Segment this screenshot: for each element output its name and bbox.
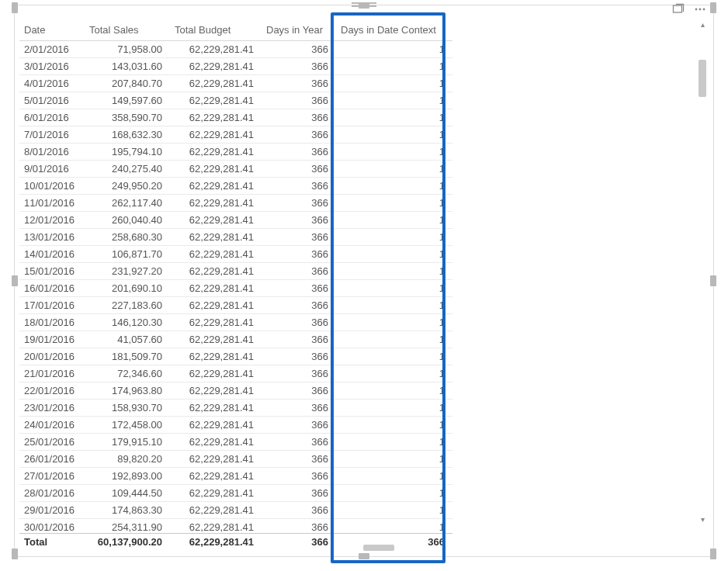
table-row[interactable]: 15/01/2016231,927.2062,229,281.413661 xyxy=(19,263,452,280)
cell-date: 7/01/2016 xyxy=(19,126,85,144)
table-visual-frame[interactable]: Date Total Sales Total Budget Days in Ye… xyxy=(14,5,714,557)
table-row[interactable]: 28/01/2016109,444.5062,229,281.413661 xyxy=(19,485,452,502)
resize-handle-left[interactable] xyxy=(12,275,18,286)
col-header-days-in-date-context[interactable]: Days in Date Context xyxy=(336,19,452,41)
table-row[interactable]: 23/01/2016158,930.7062,229,281.413661 xyxy=(19,400,452,417)
table-header-row: Date Total Sales Total Budget Days in Ye… xyxy=(19,19,452,41)
table-row[interactable]: 13/01/2016258,680.3062,229,281.413661 xyxy=(19,229,452,246)
table-row[interactable]: 5/01/2016149,597.6062,229,281.413661 xyxy=(19,92,452,109)
col-header-date[interactable]: Date xyxy=(19,19,85,41)
table-row[interactable]: 21/01/201672,346.6062,229,281.413661 xyxy=(19,365,452,382)
cell-total-sales: 149,597.60 xyxy=(85,92,170,109)
col-header-days-in-year[interactable]: Days in Year xyxy=(262,19,336,41)
cell-date: 5/01/2016 xyxy=(19,92,85,109)
vertical-scroll-thumb[interactable] xyxy=(699,60,706,97)
cell-total-sales: 240,275.40 xyxy=(85,161,170,178)
resize-handle-right[interactable] xyxy=(710,275,716,286)
scroll-up-icon[interactable]: ▴ xyxy=(699,21,706,29)
table-row[interactable]: 25/01/2016179,915.1062,229,281.413661 xyxy=(19,434,452,451)
cell-days-in-date-context: 1 xyxy=(336,263,452,280)
cell-date: 8/01/2016 xyxy=(19,144,85,161)
cell-total-budget: 62,229,281.41 xyxy=(170,434,262,451)
cell-total-budget: 62,229,281.41 xyxy=(170,178,262,195)
table-row[interactable]: 18/01/2016146,120.3062,229,281.413661 xyxy=(19,314,452,331)
table-row[interactable]: 12/01/2016260,040.4062,229,281.413661 xyxy=(19,212,452,229)
table-row[interactable]: 20/01/2016181,509.7062,229,281.413661 xyxy=(19,348,452,365)
cell-date: 18/01/2016 xyxy=(19,314,85,331)
table-row[interactable]: 2/01/201671,958.0062,229,281.413661 xyxy=(19,41,452,58)
cell-total-budget: 62,229,281.41 xyxy=(170,348,262,365)
cell-total-sales: 358,590.70 xyxy=(85,109,170,126)
table-scroll-area[interactable]: Date Total Sales Total Budget Days in Ye… xyxy=(19,19,696,552)
table-row[interactable]: 11/01/2016262,117.4062,229,281.413661 xyxy=(19,195,452,212)
table-row[interactable]: 19/01/201641,057.6062,229,281.413661 xyxy=(19,331,452,348)
cell-total-budget: 62,229,281.41 xyxy=(170,92,262,109)
cell-days-in-year: 366 xyxy=(262,161,336,178)
cell-date: 2/01/2016 xyxy=(19,41,85,58)
table-row[interactable]: 7/01/2016168,632.3062,229,281.413661 xyxy=(19,126,452,144)
resize-handle-top-left[interactable] xyxy=(12,2,18,13)
more-options-icon[interactable] xyxy=(693,2,707,16)
cell-total-sales: 260,040.40 xyxy=(85,212,170,229)
cell-total-sales: 168,632.30 xyxy=(85,126,170,144)
cell-total-budget: 62,229,281.41 xyxy=(170,314,262,331)
col-header-total-budget[interactable]: Total Budget xyxy=(170,19,262,41)
table-row[interactable]: 9/01/2016240,275.4062,229,281.413661 xyxy=(19,161,452,178)
data-table: Date Total Sales Total Budget Days in Ye… xyxy=(19,19,452,550)
cell-days-in-year: 366 xyxy=(262,400,336,417)
cell-days-in-date-context: 1 xyxy=(336,400,452,417)
cell-total-sales: 231,927.20 xyxy=(85,263,170,280)
cell-date: 11/01/2016 xyxy=(19,195,85,212)
horizontal-scrollbar[interactable] xyxy=(19,542,696,552)
drag-handle-icon[interactable] xyxy=(352,2,376,7)
cell-date: 15/01/2016 xyxy=(19,263,85,280)
cell-date: 20/01/2016 xyxy=(19,348,85,365)
table-row[interactable]: 26/01/201689,820.2062,229,281.413661 xyxy=(19,451,452,468)
table-row[interactable]: 8/01/2016195,794.1062,229,281.413661 xyxy=(19,144,452,161)
table-row[interactable]: 27/01/2016192,893.0062,229,281.413661 xyxy=(19,468,452,485)
table-row[interactable]: 6/01/2016358,590.7062,229,281.413661 xyxy=(19,109,452,126)
table-row[interactable]: 29/01/2016174,863.3062,229,281.413661 xyxy=(19,502,452,519)
cell-total-budget: 62,229,281.41 xyxy=(170,485,262,502)
table-row[interactable]: 24/01/2016172,458.0062,229,281.413661 xyxy=(19,417,452,434)
cell-total-budget: 62,229,281.41 xyxy=(170,417,262,434)
col-header-total-sales[interactable]: Total Sales xyxy=(85,19,170,41)
cell-days-in-date-context: 1 xyxy=(336,212,452,229)
cell-date: 24/01/2016 xyxy=(19,417,85,434)
cell-date: 19/01/2016 xyxy=(19,331,85,348)
cell-date: 27/01/2016 xyxy=(19,468,85,485)
cell-date: 9/01/2016 xyxy=(19,161,85,178)
cell-total-budget: 62,229,281.41 xyxy=(170,502,262,519)
cell-days-in-date-context: 1 xyxy=(336,417,452,434)
cell-days-in-date-context: 1 xyxy=(336,314,452,331)
resize-handle-top-right[interactable] xyxy=(710,2,716,13)
cell-date: 26/01/2016 xyxy=(19,451,85,468)
cell-total-sales: 262,117.40 xyxy=(85,195,170,212)
resize-handle-bottom-left[interactable] xyxy=(12,549,18,559)
resize-handle-bottom[interactable] xyxy=(359,553,369,559)
table-row[interactable]: 17/01/2016227,183.6062,229,281.413661 xyxy=(19,297,452,314)
cell-days-in-year: 366 xyxy=(262,178,336,195)
table-row[interactable]: 10/01/2016249,950.2062,229,281.413661 xyxy=(19,178,452,195)
cell-date: 28/01/2016 xyxy=(19,485,85,502)
cell-total-budget: 62,229,281.41 xyxy=(170,400,262,417)
cell-days-in-year: 366 xyxy=(262,195,336,212)
horizontal-scroll-thumb[interactable] xyxy=(363,545,394,551)
cell-days-in-date-context: 1 xyxy=(336,331,452,348)
cell-total-sales: 109,444.50 xyxy=(85,485,170,502)
scroll-down-icon[interactable]: ▾ xyxy=(699,516,706,524)
vertical-scrollbar[interactable]: ▴ ▾ xyxy=(696,19,709,552)
cell-total-sales: 179,915.10 xyxy=(85,434,170,451)
cell-date: 25/01/2016 xyxy=(19,434,85,451)
table-row[interactable]: 16/01/2016201,690.1062,229,281.413661 xyxy=(19,280,452,297)
cell-total-budget: 62,229,281.41 xyxy=(170,263,262,280)
table-row[interactable]: 4/01/2016207,840.7062,229,281.413661 xyxy=(19,75,452,92)
cell-date: 22/01/2016 xyxy=(19,382,85,400)
cell-total-sales: 201,690.10 xyxy=(85,280,170,297)
table-row[interactable]: 30/01/2016254,311.9062,229,281.413661 xyxy=(19,519,452,534)
table-row[interactable]: 3/01/2016143,031.6062,229,281.413661 xyxy=(19,58,452,75)
focus-mode-icon[interactable] xyxy=(671,2,685,16)
table-row[interactable]: 22/01/2016174,963.8062,229,281.413661 xyxy=(19,382,452,400)
table-row[interactable]: 14/01/2016106,871.7062,229,281.413661 xyxy=(19,246,452,263)
resize-handle-bottom-right[interactable] xyxy=(710,549,716,559)
